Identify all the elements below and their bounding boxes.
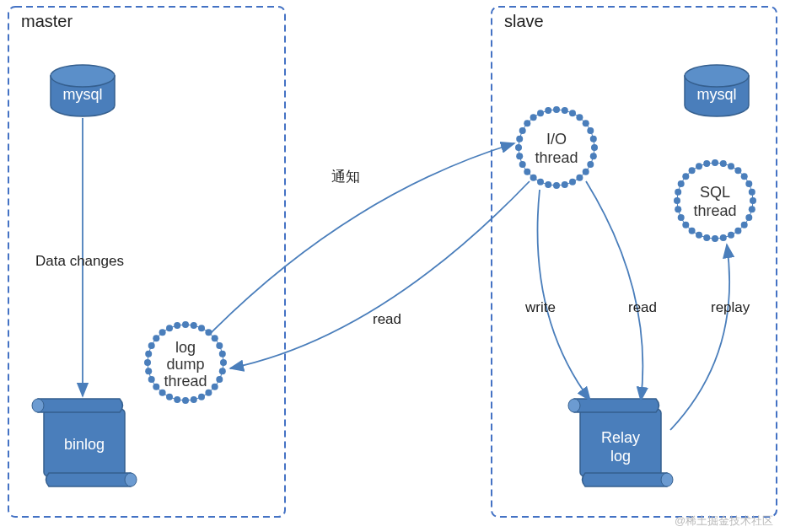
edge-write [538,190,591,400]
edge-notify [211,143,514,333]
svg-text:thread: thread [164,373,207,390]
edge-read-relay [586,181,643,400]
svg-text:thread: thread [693,202,736,219]
binlog-node: binlog [32,399,137,486]
svg-text:mysql: mysql [696,86,736,103]
label-replay: replay [711,299,750,315]
replication-diagram: master slave mysql mysql binlog Relay lo… [0,0,785,532]
svg-text:thread: thread [535,149,578,166]
master-mysql-db: mysql [51,65,115,116]
svg-text:log: log [175,339,196,356]
label-write: write [524,299,556,315]
master-title: master [21,12,73,30]
svg-text:log: log [610,448,631,465]
svg-text:Relay: Relay [601,429,640,446]
relay-log-node: Relay log [568,399,673,486]
svg-text:mysql: mysql [62,86,102,103]
io-thread: I/O thread [515,106,598,189]
log-dump-thread: log dump thread [144,321,227,404]
slave-mysql-db: mysql [685,65,749,116]
sql-thread: SQL thread [674,159,756,242]
watermark: @稀土掘金技术社区 [675,514,773,527]
label-notify: 通知 [331,169,360,185]
svg-text:binlog: binlog [64,436,105,453]
svg-text:I/O: I/O [546,131,567,148]
label-read-dump: read [373,311,401,327]
label-data-changes: Data changes [35,253,124,269]
slave-title: slave [504,12,544,30]
svg-text:SQL: SQL [700,184,730,201]
label-read-relay: read [628,299,657,315]
edge-replay [670,245,729,430]
svg-text:dump: dump [166,356,204,373]
